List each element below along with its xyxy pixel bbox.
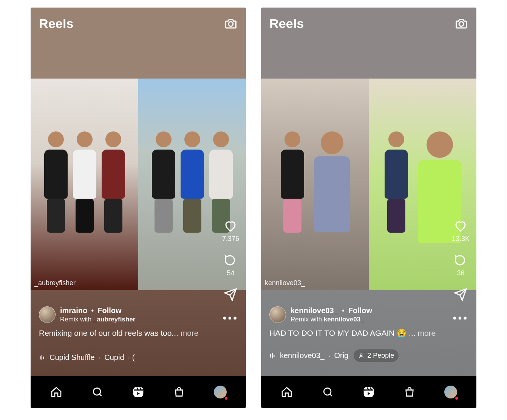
left-watermark: _aubreyfisher: [34, 279, 76, 287]
svg-rect-1: [40, 356, 40, 359]
camera-icon[interactable]: [224, 17, 238, 30]
nav-reels[interactable]: [131, 384, 146, 400]
action-rail: 13.3K 36 •••: [452, 219, 470, 324]
comment-icon: [454, 253, 467, 267]
people-illustration: [369, 131, 476, 233]
bottom-nav: [31, 376, 246, 408]
topbar: Reels: [261, 8, 476, 37]
remix-line[interactable]: Remix with _aubreyfisher: [60, 316, 135, 323]
person-icon: [358, 353, 364, 359]
svg-rect-2: [42, 355, 42, 360]
svg-rect-5: [134, 388, 143, 397]
audio-tail: · (: [128, 353, 135, 362]
video-left-half: _aubreyfisher: [31, 79, 138, 290]
follow-button[interactable]: Follow: [348, 306, 372, 315]
audio-track: Cupid Shuffle: [49, 353, 95, 362]
svg-point-0: [229, 22, 233, 26]
share-button[interactable]: [224, 288, 237, 301]
nav-home[interactable]: [279, 384, 294, 400]
comment-count: 54: [227, 269, 234, 277]
more-button[interactable]: •••: [223, 312, 238, 324]
caption-more[interactable]: more: [181, 329, 199, 337]
nav-search[interactable]: [90, 384, 105, 400]
heart-icon: [454, 219, 467, 233]
video-split: _aubreyfisher: [31, 79, 246, 290]
svg-rect-7: [270, 354, 271, 357]
nav-home[interactable]: [49, 384, 64, 400]
heart-icon: [224, 219, 237, 233]
avatar[interactable]: [269, 306, 286, 323]
caption-more[interactable]: more: [417, 329, 436, 337]
svg-point-11: [324, 388, 331, 395]
home-icon: [50, 386, 62, 398]
remix-username: kennilove03_: [324, 316, 364, 323]
remix-prefix: Remix with: [60, 316, 91, 323]
remix-line[interactable]: Remix with kennilove03_: [291, 316, 372, 323]
search-icon: [322, 386, 334, 398]
caption-text: Remixing one of our old reels was too...: [39, 329, 178, 337]
tagged-people-pill[interactable]: 2 People: [354, 349, 399, 362]
user-line: kennilove03_ • Follow Remix with kennilo…: [269, 306, 442, 323]
camera-icon[interactable]: [454, 17, 468, 30]
profile-avatar-icon: [444, 386, 457, 398]
page-title: Reels: [39, 16, 74, 31]
caption-text: HAD TO DO IT TO MY DAD AGAIN 😭 ...: [269, 329, 416, 337]
nav-reels[interactable]: [361, 384, 376, 400]
audio-row[interactable]: kennilove03_ · Orig 2 People: [269, 349, 442, 362]
bottom-nav: [261, 376, 476, 408]
home-icon: [281, 386, 293, 398]
video-area[interactable]: _aubreyfisher: [31, 37, 246, 290]
like-count: 13.3K: [452, 235, 470, 243]
avatar[interactable]: [39, 306, 56, 323]
user-line: imraino • Follow Remix with _aubreyfishe…: [39, 306, 212, 323]
more-icon: •••: [223, 312, 238, 324]
remix-prefix: Remix with: [291, 316, 322, 323]
svg-point-4: [93, 388, 100, 395]
tagged-label: 2 People: [367, 352, 394, 360]
reels-icon: [132, 386, 144, 398]
remix-username: _aubreyfisher: [93, 316, 136, 323]
caption[interactable]: HAD TO DO IT TO MY DAD AGAIN 😭 ... more: [269, 328, 442, 338]
share-button[interactable]: [454, 288, 467, 301]
username[interactable]: kennilove03_: [291, 306, 338, 315]
separator-dot: •: [91, 306, 94, 315]
caption[interactable]: Remixing one of our old reels was too...…: [39, 328, 212, 338]
nav-shop[interactable]: [172, 384, 187, 400]
like-button[interactable]: 7,376: [222, 219, 239, 243]
nav-profile[interactable]: [443, 384, 458, 400]
search-icon: [91, 386, 104, 398]
reel-screen-1: Reels _aubreyfisher: [31, 8, 246, 408]
username[interactable]: imraino: [60, 306, 87, 315]
comment-count: 36: [457, 269, 464, 277]
audio-icon: [39, 354, 46, 361]
profile-avatar-icon: [214, 386, 227, 398]
more-button[interactable]: •••: [453, 312, 468, 324]
audio-pill: Cupid Shuffle · Cupid · (: [39, 353, 134, 362]
follow-button[interactable]: Follow: [97, 306, 121, 315]
audio-artist: Orig: [334, 351, 348, 360]
like-count: 7,376: [222, 235, 239, 243]
shop-icon: [403, 386, 416, 398]
comment-button[interactable]: 54: [224, 253, 237, 277]
people-illustration: [261, 131, 369, 233]
audio-row[interactable]: Cupid Shuffle · Cupid · (: [39, 353, 212, 362]
nav-profile[interactable]: [213, 384, 228, 400]
audio-icon: [269, 352, 276, 359]
reels-icon: [363, 386, 375, 398]
meta-block: kennilove03_ • Follow Remix with kennilo…: [269, 306, 442, 338]
audio-artist: Cupid: [104, 353, 124, 362]
like-button[interactable]: 13.3K: [452, 219, 470, 243]
nav-shop[interactable]: [402, 384, 417, 400]
people-illustration: [138, 131, 246, 233]
svg-rect-8: [272, 353, 273, 358]
video-area[interactable]: kennilove03_: [261, 37, 476, 290]
svg-rect-3: [43, 357, 44, 359]
svg-rect-9: [274, 355, 274, 357]
svg-rect-12: [364, 388, 373, 397]
comment-button[interactable]: 36: [454, 253, 467, 277]
svg-point-6: [459, 22, 464, 26]
nav-search[interactable]: [320, 384, 335, 400]
share-icon: [454, 288, 467, 301]
more-icon: •••: [453, 312, 468, 324]
svg-point-10: [360, 354, 362, 355]
